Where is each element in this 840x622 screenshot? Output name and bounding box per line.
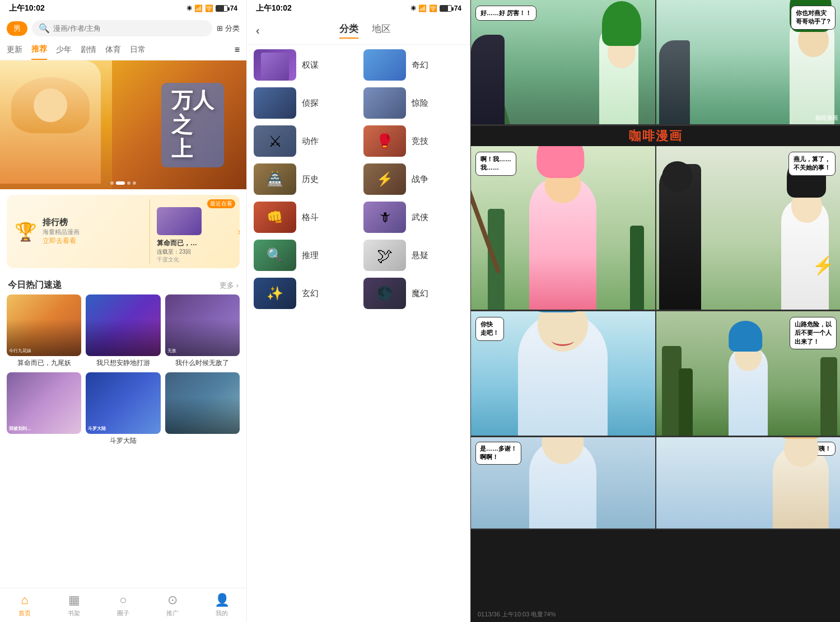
cat-item-qihuan[interactable]: 奇幻 — [363, 49, 464, 81]
tab-update[interactable]: 更新 — [7, 40, 22, 59]
reader-content[interactable]: 好……好 厉害！！ 你也对燕灾哥哥动手了? 咖啡漫画 咖啡漫画 — [471, 0, 840, 607]
cat-item-gedou[interactable]: 👊 格斗 — [254, 202, 354, 233]
comic-strip-4: 是……多谢！啊啊！ 啊咦！ — [471, 437, 840, 530]
cat-thumb-xuanyi: 🕊 — [363, 240, 406, 271]
lightning-icon: ⚡ — [812, 255, 834, 276]
dot-2 — [116, 181, 125, 185]
gender-button[interactable]: 男 — [7, 21, 27, 36]
bubble-5: 你快走吧！ — [475, 317, 504, 341]
cat-thumb-dongzuo: ⚔ — [254, 125, 296, 157]
cat-item-lishi[interactable]: 🏯 历史 — [254, 163, 354, 195]
nav-home[interactable]: ⌂ 首页 — [0, 588, 49, 622]
cat-item-mohuan[interactable]: 🌑 魔幻 — [363, 278, 464, 309]
back-button[interactable]: ‹ — [256, 24, 260, 37]
manga-card-4[interactable]: 我被划到… — [7, 372, 81, 446]
ranking-right[interactable]: 最近在看 算命而已，… 连载至：23回 千度文化 › — [150, 195, 240, 268]
nav-circle[interactable]: ○ 圈子 — [99, 588, 148, 622]
bubble-4: 燕儿，算了，不关她的事！ — [788, 152, 836, 176]
comic-cell-6: 山路危险，以后不要一个人出来了！ — [656, 311, 841, 436]
cat-item-xuanyi[interactable]: 🕊 悬疑 — [363, 240, 464, 271]
cat-item-dongzuo[interactable]: ⚔ 动作 — [254, 125, 354, 157]
comic-strip-2: 啊！我……我…… ⚡ 燕儿，算了，不关她的事！ — [471, 146, 840, 311]
reader-status: 0113/36 上午10:03 电量74% — [478, 610, 556, 619]
cat-row-2: 侦探 惊险 — [254, 87, 464, 119]
cat-thumb-jingji: 🥊 — [363, 125, 406, 157]
cat-thumb-xuanhuan: ✨ — [254, 278, 296, 309]
tab-daily[interactable]: 日常 — [130, 40, 146, 59]
cat-label-gedou: 格斗 — [302, 212, 319, 223]
search-box[interactable]: 🔍 — [32, 20, 212, 36]
search-area: 男 🔍 ⊞ 分类 — [0, 17, 246, 40]
nav-shelf-label: 书架 — [68, 609, 80, 618]
cat-item-xuanhuan[interactable]: ✨ 玄幻 — [254, 278, 354, 309]
cat-item-wuxia[interactable]: 🗡 武侠 — [363, 202, 464, 233]
ranking-link[interactable]: 立即去看看 — [43, 236, 80, 246]
cat-label-quanmou: 权谋 — [302, 60, 319, 71]
tab-drama[interactable]: 剧情 — [81, 40, 96, 59]
category-button[interactable]: ⊞ 分类 — [217, 24, 240, 34]
hot-section-header: 今日热门速递 更多 › — [0, 274, 246, 294]
cat-label-lishi: 历史 — [302, 174, 319, 185]
tab-recommend[interactable]: 推荐 — [31, 40, 47, 60]
bubble-2: 你也对燕灾哥哥动手了? — [791, 6, 836, 30]
nav-promote[interactable]: ⊙ 推广 — [148, 588, 197, 622]
recent-chapter: 连载至：23回 — [157, 248, 233, 256]
manga-card-3[interactable]: 无敌 我什么时候无敌了 — [165, 294, 240, 368]
signal-icon: 📶 — [194, 4, 203, 12]
comic-cell-1: 好……好 厉害！！ — [471, 0, 656, 124]
cat-item-tuili[interactable]: 🔍 推理 — [254, 240, 354, 271]
nav-circle-label: 圈子 — [117, 609, 129, 618]
bluetooth-icon: ✳ — [186, 4, 192, 12]
promote-icon: ⊙ — [167, 593, 178, 607]
menu-icon[interactable]: ≡ — [235, 45, 240, 55]
dot-4 — [133, 181, 136, 185]
reader-bottom-bar: 0113/36 上午10:03 电量74% — [471, 607, 840, 622]
cat-tab-region[interactable]: 地区 — [372, 22, 391, 39]
cat-row-7: ✨ 玄幻 🌑 魔幻 — [254, 278, 464, 309]
circle-icon: ○ — [119, 593, 127, 607]
recent-manga-info: 算命而已，… 连载至：23回 千度文化 — [157, 238, 233, 264]
search-input[interactable] — [53, 24, 206, 32]
cat-tab-category[interactable]: 分类 — [339, 22, 358, 39]
cat-label-mohuan: 魔幻 — [412, 288, 428, 299]
nav-tabs: 更新 推荐 少年 剧情 体育 日常 ≡ — [0, 40, 246, 60]
watermark-1: 咖啡漫画 — [815, 114, 838, 122]
cat-item-quanmou[interactable]: 权谋 — [254, 49, 354, 81]
cat-item-jingji[interactable]: 🥊 竞技 — [363, 125, 464, 157]
manga-thumb-6 — [165, 372, 240, 434]
manga-title-5: 斗罗大陆 — [86, 436, 160, 446]
comic-cell-4: ⚡ 燕儿，算了，不关她的事！ — [656, 146, 841, 310]
cat-item-zhanzheng[interactable]: ⚡ 战争 — [363, 163, 464, 195]
nav-shelf[interactable]: ▦ 书架 — [49, 588, 99, 622]
banner[interactable]: 万人之上 — [0, 60, 246, 189]
cat-row-4: 🏯 历史 ⚡ 战争 — [254, 163, 464, 195]
manga-title-3: 我什么时候无敌了 — [165, 358, 240, 368]
manga-card-1[interactable]: 今行九花妹 算命而已，九尾妖 — [7, 294, 81, 368]
comic-cell-3: 啊！我……我…… — [471, 146, 656, 310]
more-button[interactable]: 更多 › — [220, 280, 239, 291]
banner-character — [0, 60, 112, 189]
manga-card-6[interactable] — [165, 372, 240, 446]
cat-header: ‹ 分类 地区 — [247, 17, 470, 45]
tab-sports[interactable]: 体育 — [105, 40, 121, 59]
cat-item-zhentan[interactable]: 侦探 — [254, 87, 354, 119]
manga-card-5[interactable]: 斗罗大陆 斗罗大陆 — [86, 372, 160, 446]
nav-profile[interactable]: 👤 我的 — [197, 588, 246, 622]
ranking-left[interactable]: 🏆 排行榜 海量精品漫画 立即去看看 — [7, 195, 150, 268]
comic-strip-3: 你快走吧！ 山路危险，以后不要一个人出来了！ — [471, 311, 840, 437]
cat-battery-percent: 74 — [454, 4, 461, 12]
nav-home-label: 首页 — [18, 609, 31, 618]
section-title: 今日热门速递 — [8, 279, 62, 291]
cat-label-xuanhuan: 玄幻 — [302, 288, 319, 299]
recent-publisher: 千度文化 — [157, 256, 233, 264]
tab-shonen[interactable]: 少年 — [56, 40, 72, 59]
recent-label: 最近在看 — [207, 199, 235, 208]
manga-thumb-5: 斗罗大陆 — [86, 372, 160, 434]
banner-title: 万人之上 — [161, 83, 224, 167]
cat-thumb-wuxia: 🗡 — [363, 202, 406, 233]
cat-status-icons: ✳ 📶 🛜 74 — [410, 4, 461, 12]
manga-title-2: 我只想安静地打游 — [86, 358, 160, 368]
cat-item-jingxian[interactable]: 惊险 — [363, 87, 464, 119]
manga-card-2[interactable]: 我只想安静地打游 — [86, 294, 160, 368]
ranking-section: 🏆 排行榜 海量精品漫画 立即去看看 最近在看 算命而已，… 连载至：23回 千… — [7, 195, 240, 268]
